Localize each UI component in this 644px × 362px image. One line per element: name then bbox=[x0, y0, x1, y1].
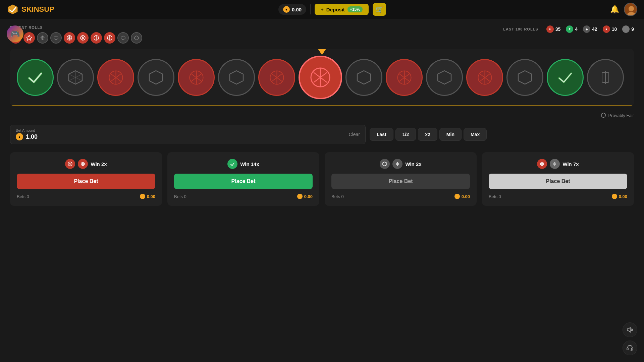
win-label-green-14x: Win 14x bbox=[240, 161, 259, 167]
win-label-mixed-7x: Win 7x bbox=[562, 161, 579, 167]
wheel-item-red2 bbox=[178, 59, 215, 96]
amount-value-red-2x: 0.00 bbox=[147, 194, 155, 199]
wheel-section bbox=[10, 49, 634, 106]
win-label-red-2x: Win 2x bbox=[91, 161, 107, 167]
header: SKINSUP ● 0.00 + Deposit +15% 🛒 🔔 bbox=[0, 0, 644, 19]
wheel-item-red bbox=[97, 59, 134, 96]
amount-coin-icon-mixed bbox=[612, 194, 617, 199]
card-icon-gray-hex bbox=[380, 159, 390, 169]
stat-icon-red-down: ⬇ bbox=[546, 25, 554, 33]
bets-label-gray-2x: Bets 0 bbox=[331, 194, 344, 199]
stat-red-value: 10 bbox=[612, 26, 617, 32]
amount-gray-2x: 0.00 bbox=[454, 194, 470, 199]
amount-green-14x: 0.00 bbox=[297, 194, 313, 199]
stat-icon-red: ★ bbox=[603, 25, 610, 33]
mute-icon bbox=[626, 326, 634, 334]
svg-rect-61 bbox=[632, 348, 633, 350]
header-divider bbox=[310, 4, 311, 14]
recent-rolls-list bbox=[10, 32, 142, 44]
place-bet-button-green[interactable]: Place Bet bbox=[174, 174, 313, 189]
amount-red-2x: 0.00 bbox=[140, 194, 155, 199]
bet-coin-icon: ● bbox=[16, 133, 23, 140]
wheel-item-red3 bbox=[258, 59, 295, 96]
place-bet-button-gray[interactable]: Place Bet bbox=[331, 174, 470, 189]
provably-fair-label: Provably Fair bbox=[608, 113, 634, 118]
stat-red-down-value: 35 bbox=[555, 26, 561, 32]
amount-coin-icon bbox=[140, 194, 145, 199]
logo: SKINSUP bbox=[7, 3, 54, 15]
card-footer-green-14x: Bets 0 0.00 bbox=[174, 194, 313, 199]
provably-fair-link[interactable]: Provably Fair bbox=[601, 113, 634, 118]
bets-label-red-2x: Bets 0 bbox=[17, 194, 29, 199]
double-button[interactable]: x2 bbox=[418, 128, 437, 141]
half-button[interactable]: 1/2 bbox=[395, 128, 416, 141]
card-icon-red-down bbox=[65, 159, 75, 169]
wheel-item-gray bbox=[57, 59, 94, 96]
bet-amount-label: Bet Amount bbox=[16, 128, 38, 132]
wheel-item-red5 bbox=[466, 59, 503, 96]
header-right: 🔔 bbox=[610, 3, 637, 16]
roll-chip bbox=[64, 32, 75, 44]
card-footer-red-2x: Bets 0 0.00 bbox=[17, 194, 155, 199]
stat-gray2-value: 9 bbox=[631, 26, 634, 32]
notifications-button[interactable]: 🔔 bbox=[610, 5, 619, 14]
place-bet-button-red[interactable]: Place Bet bbox=[17, 174, 155, 189]
stat-icon-gray2: ↑ bbox=[622, 25, 630, 33]
stat-green-value: 4 bbox=[575, 26, 578, 32]
card-footer-mixed-7x: Bets 0 0.00 bbox=[489, 194, 627, 199]
wheel-item-gray4 bbox=[345, 59, 382, 96]
amount-coin-icon-green bbox=[297, 194, 303, 199]
shield-icon bbox=[601, 113, 606, 118]
deposit-plus: + bbox=[321, 7, 324, 12]
amount-value-green-14x: 0.00 bbox=[304, 194, 313, 199]
user-avatar[interactable] bbox=[624, 3, 637, 16]
card-header-red-2x: Win 2x bbox=[17, 159, 155, 169]
provably-fair-row: Provably Fair bbox=[10, 113, 634, 118]
roll-chip bbox=[91, 32, 102, 44]
wheel-item-gray6 bbox=[506, 59, 543, 96]
card-header-green-14x: Win 14x bbox=[174, 159, 313, 169]
win-label-gray-2x: Win 2x bbox=[405, 161, 421, 167]
stat-red: ★ 10 bbox=[603, 25, 617, 33]
last-button[interactable]: Last bbox=[370, 128, 393, 141]
bet-card-red-2x: Win 2x Place Bet Bets 0 0.00 bbox=[10, 152, 162, 206]
card-header-mixed-7x: Win 7x bbox=[489, 159, 627, 169]
card-icon-green bbox=[227, 159, 237, 169]
recent-rolls-section: RECENT ROLLS bbox=[10, 25, 634, 44]
mute-button[interactable] bbox=[623, 322, 637, 337]
header-center: ● 0.00 + Deposit +15% 🛒 bbox=[278, 3, 386, 16]
clear-button[interactable]: Clear bbox=[349, 132, 360, 137]
logo-text: SKINSUP bbox=[21, 5, 54, 14]
max-button[interactable]: Max bbox=[464, 128, 487, 141]
user-avatar-sidebar[interactable]: 🎮 bbox=[7, 25, 23, 42]
min-button[interactable]: Min bbox=[439, 128, 462, 141]
bet-input-value: ● 1.00 bbox=[16, 133, 38, 140]
recent-rolls-label: RECENT ROLLS bbox=[10, 25, 142, 29]
bet-controls: Last 1/2 x2 Min Max bbox=[370, 128, 487, 141]
amount-value-gray-2x: 0.00 bbox=[462, 194, 470, 199]
bottom-right-controls bbox=[623, 322, 637, 355]
support-button[interactable] bbox=[623, 341, 637, 355]
wheel-pointer bbox=[318, 49, 326, 55]
amount-mixed-7x: 0.00 bbox=[612, 194, 627, 199]
roll-chip bbox=[37, 32, 48, 44]
stat-gray2: ↑ 9 bbox=[622, 25, 634, 33]
cart-button[interactable]: 🛒 bbox=[373, 3, 386, 16]
last-100-section: LAST 100 ROLLS ⬇ 35 ⬆ 4 ◆ 42 ★ 10 ↑ 9 bbox=[503, 25, 634, 33]
wheel-item-gray2 bbox=[138, 59, 174, 96]
wheel-item-gray5 bbox=[426, 59, 463, 96]
deposit-button[interactable]: + Deposit +15% bbox=[315, 4, 369, 15]
amount-value-mixed-7x: 0.00 bbox=[619, 194, 627, 199]
stat-gray: ◆ 42 bbox=[583, 25, 597, 33]
bet-cards: Win 2x Place Bet Bets 0 0.00 Win 14x Pla… bbox=[10, 152, 634, 206]
bet-value: 1.00 bbox=[26, 133, 38, 140]
card-icon-red-mixed bbox=[537, 159, 547, 169]
roll-chip bbox=[117, 32, 129, 44]
deposit-label: Deposit bbox=[326, 7, 345, 12]
card-footer-gray-2x: Bets 0 0.00 bbox=[331, 194, 470, 199]
bets-label-mixed-7x: Bets 0 bbox=[489, 194, 501, 199]
deposit-badge: +15% bbox=[347, 6, 363, 12]
place-bet-button-mixed[interactable]: Place Bet bbox=[489, 174, 627, 189]
amount-coin-icon-gray bbox=[454, 194, 460, 199]
wheel-item-green bbox=[17, 59, 54, 96]
